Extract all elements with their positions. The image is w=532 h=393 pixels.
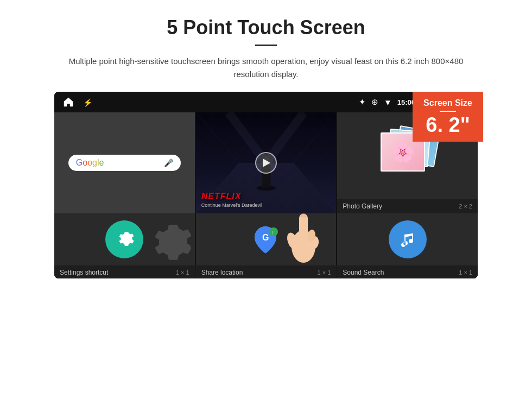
sound-search-cell[interactable]: Sound Search 1 × 1 (337, 213, 478, 265)
maps-icon-wrapper: G ↑ (248, 222, 283, 257)
header-section: 5 Point Touch Screen Multiple point high… (22, 16, 510, 81)
device-container: Screen Size 6. 2" ⚡ ✦ ⊕ (54, 92, 478, 278)
photo-size: 2 × 2 (459, 203, 472, 210)
settings-cell[interactable]: Settings shortcut 1 × 1 (54, 213, 195, 265)
netflix-play-button[interactable] (255, 152, 277, 174)
flower-emoji: 🌸 (391, 141, 415, 163)
pointing-hand (282, 200, 325, 265)
share-label: Share location (201, 269, 243, 276)
settings-bg-gear-icon (141, 217, 195, 271)
google-mic-icon: 🎤 (164, 159, 173, 167)
sound-search-content (337, 213, 478, 265)
google-logo: Google (76, 158, 104, 168)
netflix-cell[interactable]: NETFLIX Continue Marvel's Daredevil Netf… (196, 112, 337, 213)
badge-title: Screen Size (421, 98, 474, 108)
svg-rect-17 (299, 214, 308, 246)
title-divider (255, 45, 277, 46)
screen-size-badge: Screen Size 6. 2" (413, 92, 483, 142)
badge-divider (440, 111, 456, 112)
google-cell-content: Google 🎤 (54, 112, 195, 213)
maps-icon: G ↑ (248, 222, 283, 257)
sound-search-icon (389, 220, 427, 258)
share-size: 1 × 1 (318, 269, 331, 276)
gear-icon (113, 229, 135, 250)
google-cell[interactable]: Google 🎤 Google 3 × 1 (54, 112, 195, 213)
svg-text:↑: ↑ (271, 230, 274, 236)
share-label-row: Share location 1 × 1 (196, 265, 337, 278)
google-search-bar[interactable]: Google 🎤 (68, 155, 181, 171)
settings-label: Settings shortcut (60, 269, 108, 276)
sound-label: Sound Search (343, 269, 384, 276)
settings-icon-circle (105, 220, 143, 258)
badge-size: 6. 2" (421, 115, 474, 135)
location-icon: ⊕ (371, 97, 378, 107)
status-left-icons: ⚡ (63, 97, 92, 107)
hand-svg (282, 200, 325, 265)
page-title: 5 Point Touch Screen (22, 16, 510, 39)
photo-label: Photo Gallery (343, 202, 382, 210)
page-subtitle: Multiple point high-sensitive touchscree… (54, 55, 478, 81)
page-wrapper: 5 Point Touch Screen Multiple point high… (0, 0, 532, 289)
photo-label-row: Photo Gallery 2 × 2 (337, 199, 478, 213)
settings-cell-content (54, 213, 195, 265)
sound-label-row: Sound Search 1 × 1 (337, 265, 478, 278)
play-triangle (263, 159, 270, 167)
sound-size: 1 × 1 (459, 269, 472, 276)
music-note-icon (398, 230, 417, 249)
share-location-cell[interactable]: G ↑ (196, 213, 337, 265)
netflix-background: NETFLIX Continue Marvel's Daredevil (196, 112, 337, 213)
netflix-cell-content: NETFLIX Continue Marvel's Daredevil (196, 112, 337, 213)
svg-text:G: G (262, 233, 269, 242)
app-grid-row2: Settings shortcut 1 × 1 G (54, 213, 478, 265)
svg-text:⚡: ⚡ (83, 98, 92, 107)
wifi-icon: ▼ (384, 98, 392, 107)
home-icon (63, 97, 75, 107)
bluetooth-icon: ✦ (359, 97, 366, 107)
svg-point-18 (300, 213, 307, 218)
usb-icon: ⚡ (83, 97, 92, 107)
share-location-content: G ↑ (196, 213, 337, 265)
